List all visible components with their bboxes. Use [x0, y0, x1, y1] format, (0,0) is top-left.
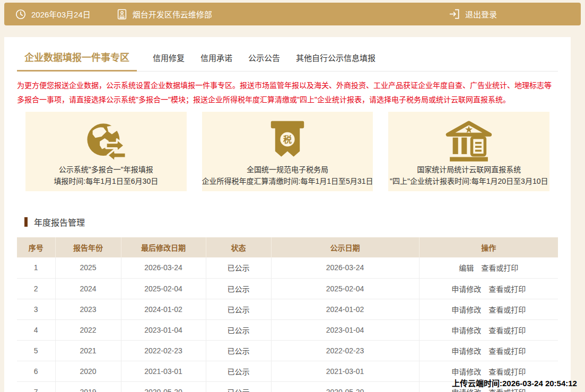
action-view-print-link[interactable]: 查看或打印: [488, 347, 526, 355]
tab-public-announcement[interactable]: 公示公告: [248, 48, 280, 71]
cell-actions: 申请修改查看或打印: [419, 299, 558, 319]
cell-published: 2022-02-23: [271, 340, 419, 361]
globe-arrows-icon: [83, 119, 129, 164]
cell-status: 已公示: [206, 361, 271, 381]
bank-building-icon: [444, 119, 493, 164]
cell-year: 2020: [55, 361, 121, 381]
table-row: 2 2024 2025-02-04 已公示 2025-02-04 申请修改查看或…: [17, 278, 558, 299]
col-header-no: 序号: [17, 237, 55, 257]
cell-modified: 2021-03-01: [121, 361, 206, 381]
cell-actions: 申请修改查看或打印: [419, 381, 558, 392]
cell-published: 2023-01-04: [271, 319, 419, 340]
col-header-published: 公示日期: [271, 237, 419, 257]
section-annual-report-management: 年度报告管理: [24, 216, 558, 228]
card-title: 公示系统"多报合一"年报填报: [59, 164, 153, 175]
cell-status: 已公示: [206, 381, 271, 392]
card-electronic-tax-bureau[interactable]: 税 全国统一规范电子税务局 企业所得税年度汇算清缴时间:每年1月1日至5月31日: [202, 112, 373, 191]
logout-icon: [448, 8, 460, 20]
action-request-modify-link[interactable]: 申请修改: [451, 388, 481, 392]
card-subtitle: 企业所得税年度汇算清缴时间:每年1月1日至5月31日: [202, 175, 373, 187]
logout-label: 退出登录: [465, 8, 497, 20]
card-statistics-direct-report[interactable]: 国家统计局统计云联网直报系统 "四上"企业统计报表时间:每年1月20日至3月10…: [388, 112, 549, 191]
cell-published: 2025-02-04: [271, 278, 419, 299]
cell-no: 2: [17, 278, 55, 299]
action-view-print-link[interactable]: 查看或打印: [488, 285, 526, 293]
tax-badge-icon: 税: [270, 119, 304, 164]
cell-actions: 申请修改查看或打印: [419, 361, 558, 381]
cell-published: 2026-03-24: [271, 257, 419, 278]
table-row: 4 2022 2023-01-04 已公示 2023-01-04 申请修改查看或…: [17, 319, 558, 340]
table-row: 3 2023 2024-01-02 已公示 2024-01-02 申请修改查看或…: [17, 299, 558, 319]
cell-published: 2020-05-20: [271, 381, 419, 392]
cell-modified: 2026-03-24: [121, 257, 206, 278]
cell-modified: 2020-05-20: [121, 381, 206, 392]
svg-text:税: 税: [283, 135, 292, 144]
annual-report-table: 序号 报告年份 最后修改日期 状态 公示日期 操作 1 2025 2026-03…: [17, 237, 558, 392]
table-row: 5 2021 2022-02-23 已公示 2022-02-23 申请修改查看或…: [17, 340, 558, 361]
tab-bar: 企业数据填报一件事专区 信用修复 信用承诺 公示公告 其他自行公示信息填报: [17, 47, 558, 72]
logout-button[interactable]: 退出登录: [448, 8, 497, 20]
action-view-print-link[interactable]: 查看或打印: [488, 306, 526, 314]
tab-enterprise-data-filing[interactable]: 企业数据填报一件事专区: [17, 47, 137, 72]
action-request-modify-link[interactable]: 申请修改: [451, 285, 481, 293]
cell-no: 3: [17, 299, 55, 319]
section-title: 年度报告管理: [34, 216, 85, 228]
table-row: 1 2025 2026-03-24 已公示 2026-03-24 编辑查看或打印: [17, 257, 558, 278]
action-view-print-link[interactable]: 查看或打印: [481, 264, 518, 272]
cell-modified: 2022-02-23: [121, 340, 206, 361]
cell-modified: 2025-02-04: [121, 278, 206, 299]
cell-year: 2023: [55, 299, 121, 319]
cell-modified: 2023-01-04: [121, 319, 206, 340]
cell-no: 5: [17, 340, 55, 361]
cell-actions: 申请修改查看或打印: [419, 319, 558, 340]
card-annual-report-filing[interactable]: 公示系统"多报合一"年报填报 填报时间:每年1月1日至6月30日: [25, 112, 187, 191]
cell-status: 已公示: [206, 278, 271, 299]
cell-year: 2024: [55, 278, 121, 299]
action-request-modify-link[interactable]: 申请修改: [451, 306, 481, 314]
col-header-modified: 最后修改日期: [121, 237, 206, 257]
card-title: 国家统计局统计云联网直报系统: [417, 164, 521, 175]
top-bar: 2026年03月24日 烟台开发区伟云维修部 退出登录: [4, 3, 581, 25]
action-view-print-link[interactable]: 查看或打印: [488, 326, 526, 335]
section-marker: [24, 217, 28, 227]
notice-text: 为更方便您报送企业数据，公示系统设置企业数据填报一件事专区。报送市场监管年报以及…: [17, 78, 558, 107]
cell-year: 2022: [55, 319, 121, 340]
table-header-row: 序号 报告年份 最后修改日期 状态 公示日期 操作: [17, 237, 558, 257]
cell-year: 2025: [55, 257, 121, 278]
cell-year: 2019: [55, 381, 121, 392]
entry-cards: 公示系统"多报合一"年报填报 填报时间:每年1月1日至6月30日 税 全国统一规…: [25, 112, 549, 191]
table-row: 6 2020 2021-03-01 已公示 2021-03-01 申请修改查看或…: [17, 361, 558, 381]
action-request-modify-link[interactable]: 申请修改: [451, 326, 481, 335]
cell-modified: 2024-01-02: [121, 299, 206, 319]
cell-no: 1: [17, 257, 55, 278]
col-header-year: 报告年份: [55, 237, 121, 257]
tab-credit-commitment[interactable]: 信用承诺: [200, 48, 232, 71]
cell-status: 已公示: [206, 299, 271, 319]
company-display: 烟台开发区伟云维修部: [116, 8, 212, 20]
cell-year: 2021: [55, 340, 121, 361]
cell-published: 2021-03-01: [271, 361, 419, 381]
cell-published: 2024-01-02: [271, 299, 419, 319]
action-view-print-link[interactable]: 查看或打印: [488, 388, 526, 392]
cell-no: 4: [17, 319, 55, 340]
cell-status: 已公示: [206, 257, 271, 278]
action-view-print-link[interactable]: 查看或打印: [488, 368, 526, 376]
col-header-actions: 操作: [419, 237, 558, 257]
table-row: 7 2019 2020-05-20 已公示 2020-05-20 申请修改查看或…: [17, 381, 558, 392]
clock-icon: [15, 8, 27, 20]
col-header-status: 状态: [206, 237, 271, 257]
cell-no: 6: [17, 361, 55, 381]
cell-actions: 申请修改查看或打印: [419, 340, 558, 361]
cell-status: 已公示: [206, 319, 271, 340]
action-request-modify-link[interactable]: 申请修改: [451, 347, 481, 355]
card-subtitle: 填报时间:每年1月1日至6月30日: [54, 175, 158, 187]
id-badge-icon: [116, 8, 128, 20]
cell-status: 已公示: [206, 340, 271, 361]
tab-credit-repair[interactable]: 信用修复: [153, 48, 185, 71]
action-edit-link[interactable]: 编辑: [459, 264, 474, 272]
cell-actions: 编辑查看或打印: [419, 257, 558, 278]
card-title: 全国统一规范电子税务局: [247, 164, 328, 175]
action-request-modify-link[interactable]: 申请修改: [451, 368, 481, 376]
tab-other-self-disclosure[interactable]: 其他自行公示信息填报: [296, 48, 376, 71]
card-subtitle: "四上"企业统计报表时间:每年1月20日至3月10日: [390, 175, 548, 187]
